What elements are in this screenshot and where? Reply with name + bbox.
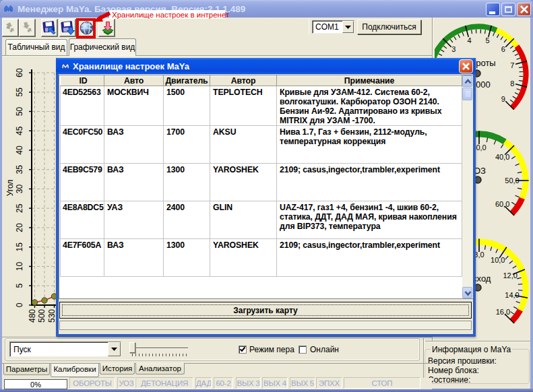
svg-text:40: 40 bbox=[15, 145, 24, 155]
svg-text:60: 60 bbox=[15, 68, 24, 77]
svg-text:9: 9 bbox=[501, 95, 505, 103]
svg-text:40,0: 40,0 bbox=[495, 153, 509, 161]
svg-text:16,0: 16,0 bbox=[496, 308, 510, 316]
svg-text:500: 500 bbox=[37, 309, 46, 323]
svg-text:55: 55 bbox=[15, 88, 24, 97]
svg-text:0: 0 bbox=[15, 302, 24, 307]
svg-text:14,0: 14,0 bbox=[505, 291, 519, 299]
svg-text:50: 50 bbox=[15, 107, 24, 117]
svg-text:5: 5 bbox=[15, 284, 24, 288]
svg-text:50,0: 50,0 bbox=[505, 176, 519, 185]
svg-text:15: 15 bbox=[15, 242, 24, 252]
svg-text:10: 10 bbox=[15, 262, 24, 271]
svg-text:45: 45 bbox=[15, 126, 24, 135]
svg-text:60,0: 60,0 bbox=[495, 200, 509, 208]
svg-text:4: 4 bbox=[467, 36, 471, 44]
svg-text:35: 35 bbox=[15, 165, 24, 174]
svg-text:7: 7 bbox=[510, 61, 514, 69]
svg-text:6: 6 bbox=[501, 45, 505, 53]
svg-text:8: 8 bbox=[510, 79, 514, 88]
svg-text:12,0: 12,0 bbox=[503, 271, 517, 280]
svg-text:30: 30 bbox=[15, 185, 24, 194]
svg-text:20: 20 bbox=[15, 223, 24, 232]
svg-text:25: 25 bbox=[15, 203, 24, 213]
svg-text:530: 530 bbox=[47, 309, 57, 323]
svg-text:Угол: Угол bbox=[5, 180, 15, 197]
svg-text:480: 480 bbox=[28, 309, 37, 323]
svg-text:5: 5 bbox=[485, 36, 489, 44]
svg-text:3: 3 bbox=[451, 45, 456, 53]
svg-text:10,0: 10,0 bbox=[491, 256, 505, 264]
